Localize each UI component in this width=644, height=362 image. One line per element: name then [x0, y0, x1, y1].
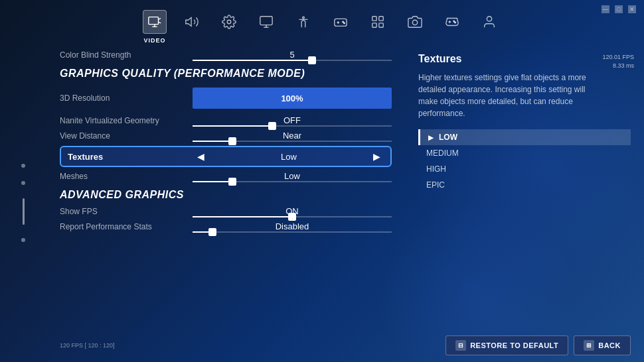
fps-value: 120.01 FPS	[602, 53, 634, 62]
sidebar-line	[23, 198, 25, 225]
showfps-slider[interactable]	[193, 216, 392, 217]
ms-value: 8.33 ms	[602, 62, 634, 70]
nav-video[interactable]: VIDEO	[143, 10, 167, 34]
meshes-label: Meshes	[60, 172, 193, 181]
nav-camera[interactable]	[403, 10, 427, 34]
showfps-slider-thumb	[288, 213, 296, 221]
svg-point-20	[412, 20, 417, 25]
showfps-setting: Show FPS ON	[60, 206, 392, 217]
sidebar-dot-1	[21, 164, 25, 168]
texture-options-list: ▶ LOW MEDIUM HIGH EPIC	[418, 129, 631, 193]
svg-rect-18	[372, 23, 376, 27]
svg-rect-17	[379, 16, 383, 20]
viewdistance-value: Near	[193, 131, 392, 141]
meshes-slider-fill	[193, 181, 232, 182]
nav-audio[interactable]	[180, 10, 204, 34]
nanite-slider[interactable]	[193, 125, 392, 127]
colorblind-value: 5	[193, 50, 392, 60]
fps-info: 120 FPS [ 120 : 120]	[60, 341, 115, 350]
bottom-bar: 120 FPS [ 120 : 120] ⊟ RESTORE TO DEFAUL…	[46, 329, 644, 362]
svg-rect-7	[260, 16, 272, 25]
nav-network[interactable]	[366, 10, 390, 34]
resolution-value: 100%	[281, 93, 303, 103]
nanite-setting: Nanite Virtualized Geometry OFF	[60, 115, 392, 127]
option-low[interactable]: ▶ LOW	[418, 129, 631, 145]
nav-display[interactable]	[254, 10, 278, 34]
option-epic[interactable]: EPIC	[418, 177, 631, 193]
reportstats-value: Disabled	[193, 221, 392, 231]
svg-rect-0	[149, 17, 159, 24]
sidebar-dot-3	[21, 238, 25, 242]
option-medium-label: MEDIUM	[426, 149, 459, 158]
colorblind-slider[interactable]	[193, 60, 392, 61]
textures-value: Low	[281, 152, 297, 162]
settings-panel: Color Blind Strength 5 GRAPHICS QUALITY …	[46, 43, 405, 329]
graphics-section-title: GRAPHICS QUALITY (PERFORMANCE MODE)	[60, 68, 392, 80]
svg-point-23	[453, 21, 455, 22]
nav-controller-input[interactable]	[329, 10, 353, 34]
restore-default-button[interactable]: ⊟ RESTORE TO DEFAULT	[445, 335, 568, 355]
svg-point-6	[227, 20, 231, 24]
back-label: BACK	[598, 341, 621, 349]
nanite-label: Nanite Virtualized Geometry	[60, 116, 193, 125]
reportstats-slider-thumb	[208, 228, 216, 236]
right-panel: 120.01 FPS 8.33 ms Textures Higher textu…	[405, 43, 644, 329]
nav-settings[interactable]	[217, 10, 241, 34]
viewdistance-label: View Distance	[60, 131, 193, 141]
fps-counter: 120.01 FPS 8.33 ms	[602, 53, 634, 70]
restore-icon: ⊟	[455, 340, 466, 351]
nanite-value: OFF	[193, 115, 392, 125]
textures-next-button[interactable]: ▶	[370, 151, 384, 162]
svg-point-14	[343, 21, 344, 23]
meshes-slider[interactable]	[193, 181, 392, 182]
colorblind-slider-fill	[193, 60, 312, 61]
option-medium[interactable]: MEDIUM	[418, 145, 631, 161]
restore-label: RESTORE TO DEFAULT	[470, 341, 558, 349]
textures-label: Textures	[68, 152, 194, 162]
textures-row[interactable]: Textures ◀ Low ▶	[60, 146, 392, 167]
svg-point-25	[487, 16, 491, 21]
colorblind-label: Color Blind Strength	[60, 50, 193, 60]
left-sidebar	[0, 43, 46, 362]
back-icon: ⊞	[584, 340, 594, 351]
bottom-buttons: ⊟ RESTORE TO DEFAULT ⊞ BACK	[445, 335, 631, 355]
svg-marker-5	[186, 17, 191, 26]
sidebar-dot-2	[21, 181, 25, 185]
option-epic-label: EPIC	[426, 180, 445, 190]
top-nav: VIDEO	[0, 0, 644, 43]
meshes-value: Low	[193, 171, 392, 181]
svg-rect-16	[372, 16, 376, 20]
resolution-setting: 3D Resolution 100%	[60, 85, 392, 111]
option-low-label: LOW	[439, 133, 457, 142]
nav-accessibility[interactable]	[291, 10, 315, 34]
colorblind-setting: Color Blind Strength 5	[60, 50, 392, 61]
viewdistance-slider[interactable]	[193, 141, 392, 142]
nav-gamepad[interactable]	[440, 10, 464, 34]
option-high[interactable]: HIGH	[418, 161, 631, 177]
reportstats-slider[interactable]	[193, 231, 392, 233]
main-content: Color Blind Strength 5 GRAPHICS QUALITY …	[46, 43, 644, 329]
nav-profile[interactable]	[477, 10, 501, 34]
meshes-setting: Meshes Low	[60, 171, 392, 182]
nanite-slider-thumb	[268, 122, 276, 130]
svg-point-10	[303, 17, 305, 19]
textures-prev-button[interactable]: ◀	[194, 151, 208, 162]
showfps-label: Show FPS	[60, 207, 193, 216]
option-low-arrow: ▶	[428, 134, 434, 141]
option-high-label: HIGH	[426, 164, 446, 174]
showfps-slider-fill	[193, 216, 292, 217]
svg-point-24	[455, 22, 456, 23]
description-text: Higher textures settings give flat objec…	[418, 72, 604, 119]
description-title: Textures	[418, 53, 631, 65]
reportstats-label: Report Performance Stats	[60, 222, 193, 231]
resolution-bar[interactable]: 100%	[193, 88, 392, 109]
nanite-slider-fill	[193, 125, 272, 127]
fps-info-text: 120 FPS [ 120 : 120]	[60, 341, 115, 350]
viewdistance-slider-fill	[193, 141, 232, 142]
resolution-label: 3D Resolution	[60, 93, 193, 103]
reportstats-setting: Report Performance Stats Disabled	[60, 221, 392, 233]
advanced-section-title: ADVANCED GRAPHICS	[60, 189, 392, 201]
nav-video-label: VIDEO	[143, 37, 165, 44]
back-button[interactable]: ⊞ BACK	[574, 335, 631, 355]
textures-control: ◀ Low ▶	[194, 151, 384, 162]
